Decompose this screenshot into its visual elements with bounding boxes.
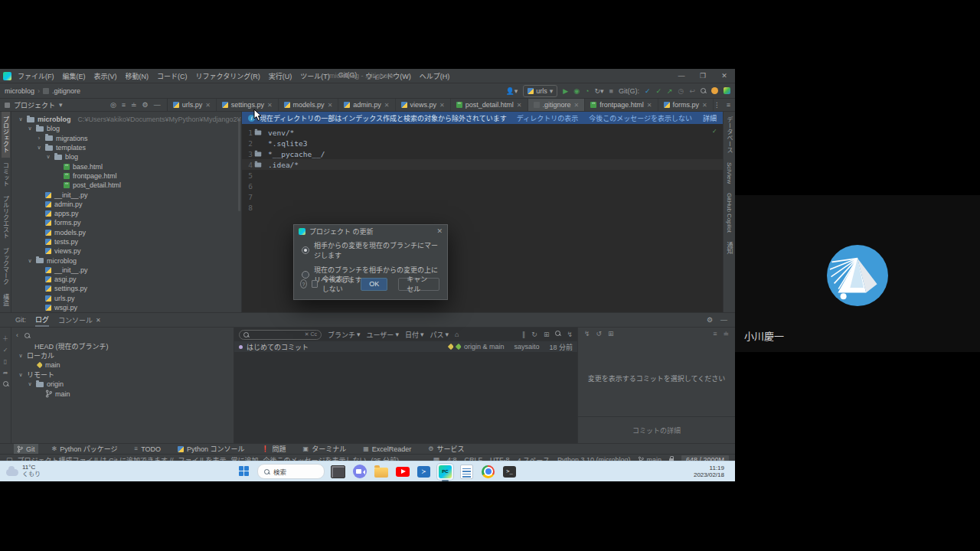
git-branches-panel[interactable]: ‹ HEAD (現在のブランチ) ∨ローカル main ∨リモート ∨origi…: [11, 328, 234, 443]
hide-panel-icon[interactable]: —: [154, 101, 161, 109]
menu-run[interactable]: 実行(U): [269, 71, 292, 81]
close-tab-icon[interactable]: ✕: [574, 102, 580, 109]
tree-item-settings-py[interactable]: settings.py: [11, 284, 241, 293]
locate-file-icon[interactable]: ◎: [110, 101, 116, 109]
banner-details-link[interactable]: 詳細: [703, 113, 717, 123]
close-tab-icon[interactable]: ✕: [328, 102, 333, 109]
stripe-tab-structure[interactable]: 構造: [2, 289, 10, 311]
minimize-button[interactable]: —: [671, 70, 692, 83]
close-tab-icon[interactable]: ✕: [384, 102, 390, 109]
chevron-down-icon[interactable]: ∨: [27, 126, 33, 132]
weather-widget[interactable]: 11°C くもり: [6, 464, 41, 478]
stripe-tab-notifications[interactable]: 通知: [725, 237, 733, 259]
taskbar-app-powershell[interactable]: ≻: [416, 464, 432, 480]
debug-button[interactable]: ◉: [573, 87, 580, 95]
add-icon[interactable]: ＋: [2, 334, 8, 342]
branch-remote-group[interactable]: ∨リモート: [11, 370, 234, 380]
branch-local-group[interactable]: ∨ローカル: [11, 351, 234, 361]
taskbar-app-snipping[interactable]: [330, 464, 346, 480]
close-tab-icon[interactable]: ✕: [267, 102, 273, 109]
expand-all-icon[interactable]: ≡: [122, 101, 126, 109]
search-everywhere-icon[interactable]: [701, 88, 706, 93]
close-tab-icon[interactable]: ✕: [439, 102, 445, 109]
git-rollback-button[interactable]: ↩: [689, 87, 695, 95]
tree-item-blog[interactable]: ∨blog: [11, 124, 241, 133]
tab-admin-py[interactable]: admin.py✕: [338, 99, 395, 111]
taskbar-app-chrome[interactable]: [480, 464, 496, 480]
close-tab-icon[interactable]: ✕: [647, 102, 652, 109]
merge-option[interactable]: 相手からの変更を現在のブランチにマージします: [294, 237, 447, 262]
tab-gitignore[interactable]: .gitignore✕: [528, 99, 586, 111]
start-button[interactable]: [236, 464, 252, 480]
filter-date[interactable]: 日付▾: [405, 330, 424, 340]
run-button[interactable]: ▶: [563, 87, 568, 95]
chevron-down-icon[interactable]: ∨: [18, 116, 24, 122]
tree-item-init-py[interactable]: __init__.py: [11, 190, 241, 199]
tree-item-apps-py[interactable]: apps.py: [11, 209, 241, 218]
chevron-down-icon[interactable]: ∨: [27, 381, 33, 387]
toolbtn-problems[interactable]: ❗問題: [259, 444, 289, 454]
git-history-button[interactable]: ◷: [678, 87, 684, 95]
chevron-down-icon[interactable]: ∨: [18, 372, 24, 378]
go-to-hash-icon[interactable]: ↯: [567, 331, 573, 338]
more-tabs-icon[interactable]: ⋮: [714, 101, 720, 109]
tree-item-forms-py[interactable]: forms.py: [11, 218, 241, 227]
git-tab-console[interactable]: コンソール✕: [58, 315, 101, 325]
ide-gradient-icon[interactable]: [724, 87, 730, 94]
tab-views-py[interactable]: views.py✕: [396, 99, 451, 111]
chevron-down-icon[interactable]: ∨: [36, 145, 42, 151]
tree-item-microblog-pkg[interactable]: ∨microblog: [11, 256, 241, 265]
git-commit-list[interactable]: ✕ Cc ブランチ▾ ユーザー▾ 日付▾ パス▾ ⌂ ∥ ↻ ⊞ ↯: [234, 328, 578, 443]
git-push-button[interactable]: ↗: [667, 87, 673, 95]
stripe-tab-copilot[interactable]: GitHub Copilot: [726, 188, 733, 237]
git-tab-log[interactable]: ログ: [35, 313, 49, 327]
chevron-right-icon[interactable]: ›: [36, 135, 42, 141]
git-update-button[interactable]: ✓: [645, 87, 651, 95]
close-button[interactable]: ✕: [714, 70, 735, 83]
tree-item-admin-py[interactable]: admin.py: [11, 200, 241, 209]
menu-code[interactable]: コード(C): [157, 71, 188, 81]
tab-post-detail-html[interactable]: post_detail.html✕: [451, 99, 528, 111]
taskbar-clock[interactable]: 11:19 2023/02/18: [694, 465, 724, 478]
chevron-down-icon[interactable]: ∨: [27, 258, 33, 264]
tree-scrollbar[interactable]: [238, 119, 240, 211]
taskbar-app-notes[interactable]: [459, 464, 475, 480]
settings-gear-icon[interactable]: ⚙: [707, 316, 713, 324]
tab-list-icon[interactable]: ≡: [727, 101, 730, 109]
taskbar-app-terminal[interactable]: >_: [501, 464, 518, 480]
close-tab-icon[interactable]: ✕: [205, 102, 211, 109]
stripe-tab-database[interactable]: データベース: [725, 112, 733, 158]
stripe-tab-sciview[interactable]: SciView: [726, 158, 733, 188]
close-tab-icon[interactable]: ✕: [702, 102, 707, 109]
tree-item-tests-py[interactable]: tests.py: [11, 237, 241, 246]
pause-icon[interactable]: ∥: [522, 331, 526, 338]
breadcrumb-project[interactable]: microblog: [5, 87, 34, 95]
tree-item-migrations[interactable]: ›migrations: [11, 134, 241, 143]
tree-item-frontpage-html[interactable]: frontpage.html: [11, 171, 241, 181]
toolbtn-terminal[interactable]: ▣ターミナル: [300, 444, 350, 454]
toolbtn-python-packages[interactable]: ✻Python パッケージ: [49, 444, 121, 454]
collapse-panel-icon[interactable]: ‹: [16, 331, 18, 339]
breadcrumb-file[interactable]: .gitignore: [52, 87, 80, 95]
menu-help[interactable]: ヘルプ(H): [420, 71, 450, 81]
search-icon[interactable]: [24, 333, 30, 338]
taskbar-app-pycharm[interactable]: PC: [437, 464, 453, 480]
search-icon[interactable]: [3, 381, 8, 386]
taskbar-app-chat[interactable]: [351, 464, 368, 480]
tree-item-wsgi-py[interactable]: wsgi.py: [11, 303, 241, 312]
collapse-all-icon[interactable]: ≐: [131, 101, 137, 109]
close-tab-icon[interactable]: ✕: [96, 317, 101, 324]
banner-show-dirs-link[interactable]: ディレクトリの表示: [517, 113, 578, 123]
toolbtn-todo[interactable]: ≡TODO: [132, 444, 165, 454]
rollback-icon[interactable]: ↺: [596, 330, 603, 337]
branch-origin-main[interactable]: main: [11, 390, 234, 399]
tree-item-views-py[interactable]: views.py: [11, 246, 241, 256]
inspection-ok-icon[interactable]: ✓: [713, 127, 717, 135]
close-tab-icon[interactable]: ✕: [517, 102, 522, 109]
coverage-button[interactable]: ◔: [585, 87, 589, 95]
stripe-tab-bookmarks[interactable]: ブックマーク: [2, 243, 10, 289]
cherry-pick-icon[interactable]: ➦: [3, 370, 8, 377]
menu-navigate[interactable]: 移動(N): [126, 71, 149, 81]
taskbar-app-youtube[interactable]: [394, 464, 410, 480]
menu-view[interactable]: 表示(V): [94, 71, 117, 81]
